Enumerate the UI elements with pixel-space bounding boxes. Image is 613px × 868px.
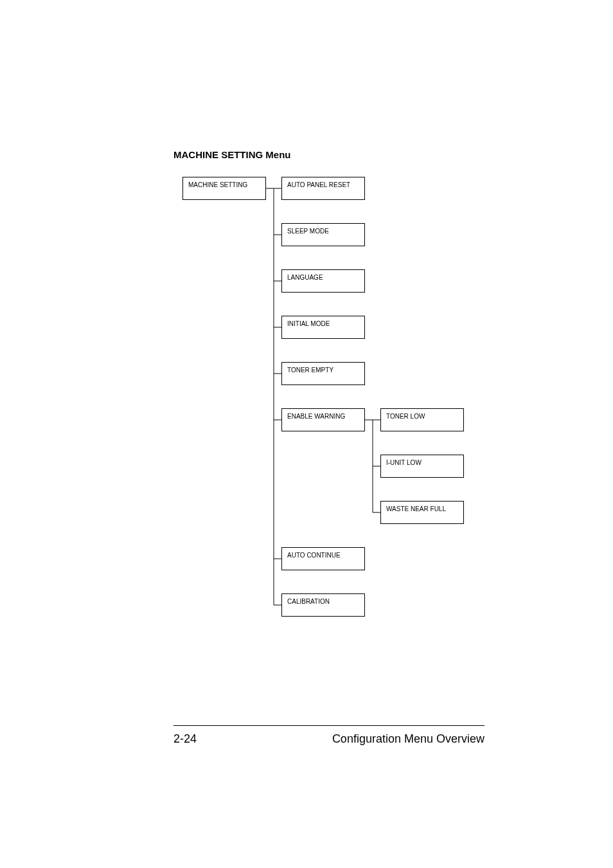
tree-node-level2-5: ENABLE WARNING — [281, 408, 365, 431]
tree-node-level2-4: TONER EMPTY — [281, 362, 365, 385]
section-heading: MACHINE SETTING Menu — [173, 149, 497, 160]
footer-divider — [173, 725, 484, 726]
tree-node-level2-0: AUTO PANEL RESET — [281, 177, 365, 200]
tree-node-level2-1: SLEEP MODE — [281, 223, 365, 246]
page-footer: 2-24 Configuration Menu Overview — [173, 725, 484, 746]
tree-node-level2-7: CALIBRATION — [281, 593, 365, 617]
tree-node-level2-3: INITIAL MODE — [281, 316, 365, 339]
tree-node-level3-0: TONER LOW — [380, 408, 464, 431]
tree-node-level2-6: AUTO CONTINUE — [281, 547, 365, 570]
footer-title: Configuration Menu Overview — [332, 732, 484, 746]
tree-node-level3-2: WASTE NEAR FULL — [380, 501, 464, 524]
menu-tree-diagram: MACHINE SETTING AUTO PANEL RESET SLEEP M… — [173, 172, 497, 622]
tree-node-root: MACHINE SETTING — [182, 177, 266, 200]
page-number: 2-24 — [173, 732, 197, 746]
tree-node-level3-1: I-UNIT LOW — [380, 455, 464, 478]
tree-node-level2-2: LANGUAGE — [281, 269, 365, 293]
